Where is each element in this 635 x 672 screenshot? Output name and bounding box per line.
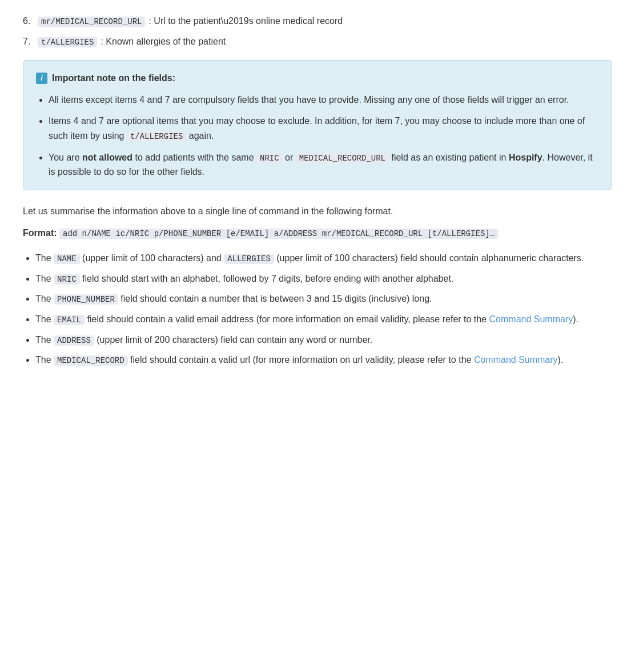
- item-desc-7: : Known allergies of the patient: [101, 34, 226, 49]
- item-number-6: 6.: [23, 14, 34, 29]
- info-bullet-2: Items 4 and 7 are optional items that yo…: [49, 114, 599, 143]
- email-code: EMAIL: [54, 315, 85, 325]
- list-item-7: 7. t/ALLERGIES : Known allergies of the …: [23, 34, 612, 49]
- mr-medical-record-url-tag: mr/MEDICAL_RECORD_URL: [38, 17, 145, 27]
- t-allergies-code-2: t/ALLERGIES: [127, 131, 186, 142]
- item-tag-6: mr/MEDICAL_RECORD_URL: [38, 14, 145, 29]
- t-allergies-tag: t/ALLERGIES: [38, 37, 97, 47]
- command-summary-link-url[interactable]: Command Summary: [474, 355, 558, 365]
- allergies-code: ALLERGIES: [224, 254, 274, 264]
- field-desc-nric: The NRIC field should start with an alph…: [35, 271, 612, 286]
- medical-record-url-code: MEDICAL_RECORD_URL: [296, 153, 389, 163]
- field-desc-phone: The PHONE_NUMBER field should contain a …: [35, 291, 612, 306]
- field-desc-name: The NAME (upper limit of 100 characters)…: [35, 251, 612, 266]
- format-code: add n/NAME ic/NRIC p/PHONE_NUMBER [e/EMA…: [59, 229, 498, 239]
- summary-intro: Let us summarise the information above t…: [23, 204, 612, 219]
- field-desc-address: The ADDRESS (upper limit of 200 characte…: [35, 333, 612, 347]
- list-item-6: 6. mr/MEDICAL_RECORD_URL : Url to the pa…: [23, 14, 612, 29]
- address-code: ADDRESS: [54, 335, 94, 346]
- info-box: i Important note on the fields: All item…: [23, 60, 612, 190]
- field-description-list: The NAME (upper limit of 100 characters)…: [23, 251, 612, 367]
- nric-code: NRIC: [256, 153, 283, 163]
- format-line: Format: add n/NAME ic/NRIC p/PHONE_NUMBE…: [23, 225, 612, 242]
- name-code: NAME: [54, 254, 80, 264]
- field-desc-medical-record: The MEDICAL_RECORD field should contain …: [35, 353, 612, 367]
- info-box-title: i Important note on the fields:: [36, 71, 599, 86]
- info-icon: i: [36, 73, 47, 84]
- item-number-7: 7.: [23, 34, 34, 49]
- not-allowed-bold: not allowed: [82, 153, 132, 162]
- item-tag-7: t/ALLERGIES: [38, 34, 97, 49]
- field-desc-email: The EMAIL field should contain a valid e…: [35, 312, 612, 327]
- format-label: Format:: [23, 228, 59, 238]
- info-bullet-1: All items except items 4 and 7 are compu…: [49, 93, 599, 107]
- nric-field-code: NRIC: [54, 274, 80, 285]
- command-summary-link-email[interactable]: Command Summary: [489, 314, 573, 324]
- info-box-heading: Important note on the fields:: [52, 71, 175, 86]
- info-bullet-3: You are not allowed to add patients with…: [49, 150, 599, 179]
- medical-record-code: MEDICAL_RECORD: [54, 355, 128, 366]
- item-desc-6: : Url to the patient\u2019s online medic…: [148, 14, 343, 29]
- hospify-bold: Hospify: [509, 153, 542, 162]
- phone-number-code: PHONE_NUMBER: [54, 294, 118, 305]
- info-box-list: All items except items 4 and 7 are compu…: [36, 93, 599, 179]
- numbered-list: 6. mr/MEDICAL_RECORD_URL : Url to the pa…: [23, 14, 612, 49]
